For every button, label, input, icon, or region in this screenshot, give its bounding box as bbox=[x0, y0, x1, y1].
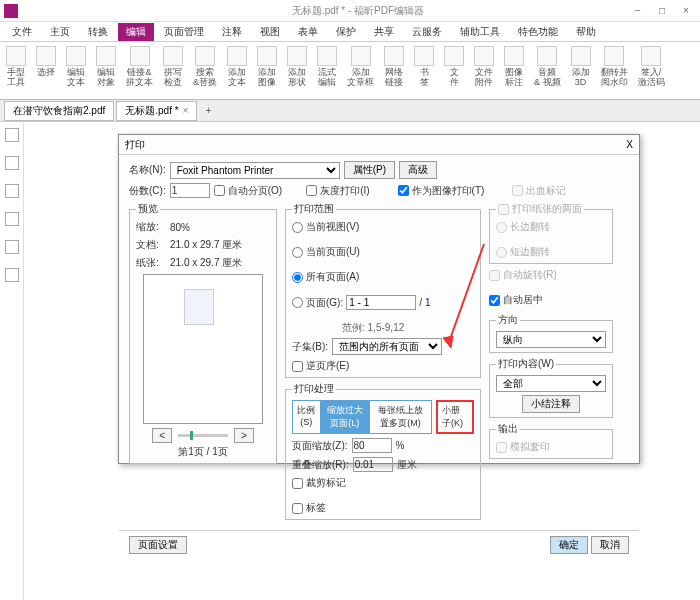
subset-select[interactable]: 范围内的所有页面 bbox=[332, 338, 442, 355]
seg-booklet[interactable]: 小册子(K) bbox=[436, 400, 474, 434]
ribbon-item-0[interactable]: 手型工具 bbox=[6, 46, 26, 95]
current-page-radio[interactable] bbox=[292, 247, 303, 258]
window-controls: − □ × bbox=[628, 5, 696, 16]
doc-tab-0[interactable]: 在潜守饮食指南2.pdf bbox=[4, 101, 114, 121]
menu-0[interactable]: 文件 bbox=[4, 23, 40, 41]
title-bar: 无标题.pdf * - 福昕PDF编辑器 − □ × bbox=[0, 0, 700, 22]
duplex-fieldset: 打印纸张的两面 长边翻转 短边翻转 bbox=[489, 202, 613, 264]
doc-tab-1[interactable]: 无标题.pdf *× bbox=[116, 101, 197, 121]
minimize-button[interactable]: − bbox=[628, 5, 648, 16]
menu-9[interactable]: 共享 bbox=[366, 23, 402, 41]
menu-13[interactable]: 帮助 bbox=[568, 23, 604, 41]
pages-icon[interactable] bbox=[5, 156, 19, 170]
overlap-spinner[interactable]: 0.01 bbox=[353, 457, 393, 472]
menu-4[interactable]: 页面管理 bbox=[156, 23, 212, 41]
menu-12[interactable]: 特色功能 bbox=[510, 23, 566, 41]
orientation-select[interactable]: 纵向 bbox=[496, 331, 606, 348]
pages-radio[interactable] bbox=[292, 297, 303, 308]
seg-multi[interactable]: 每张纸上放置多页(M) bbox=[370, 401, 431, 433]
ribbon-item-11[interactable]: 添加文章框 bbox=[347, 46, 374, 95]
menu-1[interactable]: 主页 bbox=[42, 23, 78, 41]
seg-fit[interactable]: 缩放过大页面(L) bbox=[321, 401, 370, 433]
ribbon-item-18[interactable]: 添加3D bbox=[571, 46, 591, 95]
undo-icon[interactable] bbox=[40, 5, 52, 17]
ribbon-item-7[interactable]: 添加文本 bbox=[227, 46, 247, 95]
ribbon-icon bbox=[537, 46, 557, 66]
zoom-spinner[interactable]: 80 bbox=[352, 438, 392, 453]
shortedge-radio bbox=[496, 247, 507, 258]
new-tab-button[interactable]: + bbox=[199, 105, 217, 116]
print-icon[interactable] bbox=[76, 5, 88, 17]
close-button[interactable]: × bbox=[676, 5, 696, 16]
ribbon-item-16[interactable]: 图像标注 bbox=[504, 46, 524, 95]
ribbon-icon bbox=[287, 46, 307, 66]
signatures-icon[interactable] bbox=[5, 240, 19, 254]
ribbon-item-17[interactable]: 音频& 视频 bbox=[534, 46, 561, 95]
ribbon-item-12[interactable]: 网络链接 bbox=[384, 46, 404, 95]
save-icon[interactable] bbox=[22, 5, 34, 17]
page-slider[interactable] bbox=[178, 434, 228, 437]
menu-5[interactable]: 注释 bbox=[214, 23, 250, 41]
menu-6[interactable]: 视图 bbox=[252, 23, 288, 41]
ribbon-icon bbox=[257, 46, 277, 66]
current-view-radio[interactable] bbox=[292, 222, 303, 233]
ribbon-icon bbox=[66, 46, 86, 66]
pages-input[interactable] bbox=[346, 295, 416, 310]
dialog-title: 打印 bbox=[125, 138, 145, 152]
menu-10[interactable]: 云服务 bbox=[404, 23, 450, 41]
printwhat-select[interactable]: 全部 bbox=[496, 375, 606, 392]
attachments-icon[interactable] bbox=[5, 212, 19, 226]
menu-11[interactable]: 辅助工具 bbox=[452, 23, 508, 41]
seg-scale[interactable]: 比例(S) bbox=[293, 401, 321, 433]
autocenter-checkbox[interactable] bbox=[489, 295, 500, 306]
ribbon-item-5[interactable]: 拼写检查 bbox=[163, 46, 183, 95]
cropmarks-checkbox[interactable] bbox=[292, 478, 303, 489]
ribbon-item-10[interactable]: 流式编辑 bbox=[317, 46, 337, 95]
ribbon-item-3[interactable]: 编辑对象 bbox=[96, 46, 116, 95]
ok-button[interactable]: 确定 bbox=[550, 536, 588, 554]
reverse-checkbox[interactable] bbox=[292, 361, 303, 372]
grayscale-checkbox[interactable] bbox=[306, 185, 317, 196]
advanced-button[interactable]: 高级 bbox=[399, 161, 437, 179]
ribbon-item-9[interactable]: 添加形状 bbox=[287, 46, 307, 95]
svg-marker-1 bbox=[443, 336, 453, 348]
collate-checkbox[interactable] bbox=[214, 185, 225, 196]
all-pages-radio[interactable] bbox=[292, 272, 303, 283]
dialog-footer: 页面设置 确定 取消 bbox=[119, 530, 639, 558]
redo-icon[interactable] bbox=[58, 5, 70, 17]
printer-select[interactable]: Foxit Phantom Printer bbox=[170, 162, 340, 179]
menu-7[interactable]: 表单 bbox=[290, 23, 326, 41]
dialog-close-button[interactable]: X bbox=[626, 139, 633, 150]
ribbon-item-13[interactable]: 书签 bbox=[414, 46, 434, 95]
bookmark-icon[interactable] bbox=[5, 128, 19, 142]
ribbon-icon bbox=[6, 46, 26, 66]
asimage-checkbox[interactable] bbox=[398, 185, 409, 196]
security-icon[interactable] bbox=[5, 268, 19, 282]
close-icon[interactable]: × bbox=[183, 105, 189, 116]
copies-spinner[interactable]: 1 bbox=[170, 183, 210, 198]
menu-3[interactable]: 编辑 bbox=[118, 23, 154, 41]
handling-segmented[interactable]: 比例(S) 缩放过大页面(L) 每张纸上放置多页(M) bbox=[292, 400, 432, 434]
comments-icon[interactable] bbox=[5, 184, 19, 198]
ribbon-item-8[interactable]: 添加图像 bbox=[257, 46, 277, 95]
cancel-button[interactable]: 取消 bbox=[591, 536, 629, 554]
ribbon-item-1[interactable]: 选择 bbox=[36, 46, 56, 95]
labels-checkbox[interactable] bbox=[292, 503, 303, 514]
ribbon-item-20[interactable]: 签入/激活码 bbox=[638, 46, 665, 95]
maximize-button[interactable]: □ bbox=[652, 5, 672, 16]
ribbon-icon bbox=[571, 46, 591, 66]
properties-button[interactable]: 属性(P) bbox=[344, 161, 395, 179]
prev-page-button[interactable]: < bbox=[152, 428, 172, 443]
scalenote-button[interactable]: 小结注释 bbox=[522, 395, 580, 413]
ribbon-item-2[interactable]: 编辑文本 bbox=[66, 46, 86, 95]
menu-2[interactable]: 转换 bbox=[80, 23, 116, 41]
ribbon-item-14[interactable]: 文件 bbox=[444, 46, 464, 95]
duplex-checkbox bbox=[498, 204, 509, 215]
ribbon-item-6[interactable]: 搜索&替换 bbox=[193, 46, 217, 95]
pagesetup-button[interactable]: 页面设置 bbox=[129, 536, 187, 554]
next-page-button[interactable]: > bbox=[234, 428, 254, 443]
menu-8[interactable]: 保护 bbox=[328, 23, 364, 41]
ribbon-item-15[interactable]: 文件附件 bbox=[474, 46, 494, 95]
ribbon-item-4[interactable]: 链接&拼文本 bbox=[126, 46, 153, 95]
ribbon-item-19[interactable]: 翻转并阅水印 bbox=[601, 46, 628, 95]
